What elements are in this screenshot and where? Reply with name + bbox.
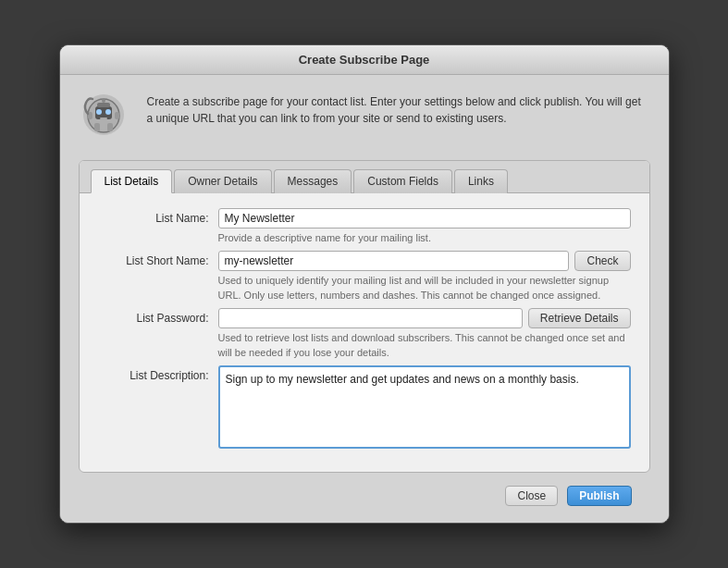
svg-rect-10 bbox=[94, 123, 100, 131]
list-name-row: List Name: Provide a descriptive name fo… bbox=[98, 208, 631, 245]
list-name-hint: Provide a descriptive name for your mail… bbox=[218, 231, 631, 245]
svg-point-3 bbox=[96, 109, 102, 115]
window-title: Create Subscribe Page bbox=[299, 53, 430, 67]
close-button[interactable]: Close bbox=[505, 486, 558, 506]
password-input-group: Retrieve Details bbox=[218, 308, 631, 328]
title-bar: Create Subscribe Page bbox=[60, 45, 669, 75]
dialog-window: Create Subscribe Page bbox=[59, 44, 670, 524]
list-short-name-input[interactable] bbox=[218, 251, 570, 271]
list-short-name-row: List Short Name: Check Used to uniquely … bbox=[98, 251, 631, 303]
list-description-label: List Description: bbox=[98, 365, 218, 382]
list-password-hint: Used to retrieve lost lists and download… bbox=[218, 331, 631, 360]
short-name-input-group: Check bbox=[218, 251, 631, 271]
svg-rect-11 bbox=[107, 123, 113, 131]
list-password-group: Retrieve Details Used to retrieve lost l… bbox=[218, 308, 631, 360]
footer: Close Publish bbox=[79, 473, 650, 506]
tabs-bar: List Details Owner Details Messages Cust… bbox=[80, 161, 649, 193]
svg-point-4 bbox=[105, 109, 111, 115]
header-section: Create a subscribe page for your contact… bbox=[79, 90, 650, 145]
list-description-row: List Description: bbox=[98, 365, 631, 451]
form-area: List Name: Provide a descriptive name fo… bbox=[80, 193, 649, 451]
list-name-label: List Name: bbox=[98, 208, 218, 225]
list-description-textarea[interactable] bbox=[218, 365, 631, 449]
tab-list-details[interactable]: List Details bbox=[91, 169, 173, 193]
svg-rect-5 bbox=[100, 117, 107, 119]
list-password-input[interactable] bbox=[218, 308, 523, 328]
header-description: Create a subscribe page for your contact… bbox=[147, 90, 650, 127]
tab-messages[interactable]: Messages bbox=[274, 169, 352, 193]
list-description-group bbox=[218, 365, 631, 451]
tab-links[interactable]: Links bbox=[454, 169, 508, 193]
svg-rect-6 bbox=[97, 103, 110, 107]
list-short-name-label: List Short Name: bbox=[98, 251, 218, 267]
robot-icon bbox=[79, 90, 134, 145]
retrieve-details-button[interactable]: Retrieve Details bbox=[528, 308, 631, 328]
list-short-name-hint: Used to uniquely identify your mailing l… bbox=[218, 274, 631, 303]
tab-owner-details[interactable]: Owner Details bbox=[174, 169, 271, 193]
publish-button[interactable]: Publish bbox=[567, 486, 631, 506]
list-name-input[interactable] bbox=[218, 208, 631, 228]
list-password-row: List Password: Retrieve Details Used to … bbox=[98, 308, 631, 360]
check-button[interactable]: Check bbox=[574, 251, 630, 271]
content-area: List Details Owner Details Messages Cust… bbox=[79, 160, 650, 473]
list-password-label: List Password: bbox=[98, 308, 218, 325]
list-short-name-group: Check Used to uniquely identify your mai… bbox=[218, 251, 631, 303]
svg-rect-9 bbox=[115, 112, 119, 119]
svg-point-7 bbox=[102, 99, 105, 103]
window-body: Create a subscribe page for your contact… bbox=[60, 75, 669, 523]
list-name-group: Provide a descriptive name for your mail… bbox=[218, 208, 631, 245]
tab-custom-fields[interactable]: Custom Fields bbox=[353, 169, 452, 193]
